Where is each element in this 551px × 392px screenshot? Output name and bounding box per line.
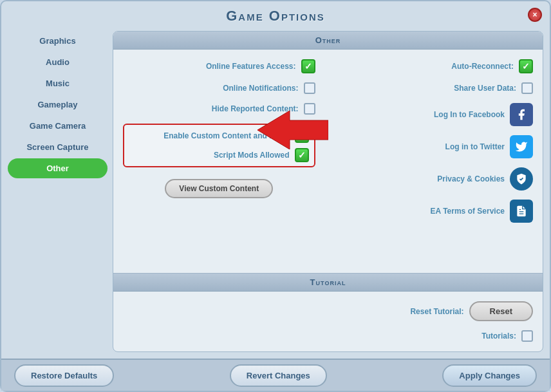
sidebar-item-other[interactable]: Other xyxy=(8,158,107,178)
online-features-label: Online Features Access: xyxy=(206,62,296,71)
login-twitter-label: Log in to Twitter xyxy=(445,142,505,151)
script-mods-label: Script Mods Allowed xyxy=(214,151,290,160)
privacy-row: Privacy & Cookies xyxy=(341,167,534,191)
online-features-checkbox[interactable] xyxy=(301,59,315,73)
settings-content: Online Features Access: Online Notificat… xyxy=(113,50,543,273)
document-icon xyxy=(515,205,528,218)
online-notifications-row: Online Notifications: xyxy=(123,82,315,94)
login-facebook-label: Log In to Facebook xyxy=(434,110,505,119)
twitter-icon xyxy=(515,140,528,153)
other-section-header: Other xyxy=(113,32,543,50)
main-panel: Other Online Features Access: Online Not… xyxy=(113,31,543,352)
sidebar-item-game-camera[interactable]: Game Camera xyxy=(8,116,107,136)
tutorials-label: Tutorials: xyxy=(481,331,516,341)
sidebar-item-gameplay[interactable]: Gameplay xyxy=(8,95,107,115)
settings-right: Auto-Reconnect: Share User Data: Log In … xyxy=(341,59,534,263)
svg-marker-1 xyxy=(257,111,328,149)
game-options-window: Game Options × Graphics Audio Music Game… xyxy=(0,0,551,392)
reset-tutorial-label: Reset Tutorial: xyxy=(410,307,463,316)
login-twitter-row: Log in to Twitter xyxy=(341,135,534,158)
script-mods-checkbox[interactable] xyxy=(295,148,309,162)
script-mods-row: Script Mods Allowed xyxy=(129,148,309,162)
facebook-button[interactable] xyxy=(510,103,533,126)
auto-reconnect-label: Auto-Reconnect: xyxy=(451,62,514,71)
revert-changes-button[interactable]: Revert Changes xyxy=(230,364,327,387)
red-arrow-icon xyxy=(257,111,328,149)
tutorials-row: Tutorials: xyxy=(123,330,533,342)
shield-icon xyxy=(515,173,528,185)
bottom-bar: Restore Defaults Revert Changes Apply Ch… xyxy=(1,359,550,391)
privacy-button[interactable] xyxy=(510,167,533,191)
window-title: Game Options xyxy=(226,8,325,24)
online-notifications-checkbox[interactable] xyxy=(304,82,315,94)
view-cc-container: View Custom Content xyxy=(123,176,315,198)
tutorial-section: Tutorial Reset Tutorial: Reset Tutorials… xyxy=(113,273,543,351)
auto-reconnect-checkbox[interactable] xyxy=(519,59,533,73)
sidebar-item-music[interactable]: Music xyxy=(8,73,107,93)
sidebar-item-audio[interactable]: Audio xyxy=(8,52,107,72)
tutorial-section-header: Tutorial xyxy=(113,274,543,292)
online-features-row: Online Features Access: xyxy=(123,59,315,73)
login-facebook-row: Log In to Facebook xyxy=(341,103,534,126)
share-user-label: Share User Data: xyxy=(454,84,516,93)
online-notifications-label: Online Notifications: xyxy=(223,84,298,93)
sidebar-item-graphics[interactable]: Graphics xyxy=(8,31,107,51)
tos-button[interactable] xyxy=(510,200,533,223)
title-bar: Game Options × xyxy=(1,1,550,31)
share-user-row: Share User Data: xyxy=(341,82,534,94)
apply-changes-button[interactable]: Apply Changes xyxy=(442,364,537,387)
privacy-label: Privacy & Cookies xyxy=(437,174,505,183)
reset-button[interactable]: Reset xyxy=(469,301,533,321)
facebook-icon xyxy=(515,108,528,121)
twitter-button[interactable] xyxy=(510,135,533,158)
view-custom-content-button[interactable]: View Custom Content xyxy=(165,179,273,198)
tutorial-content: Reset Tutorial: Reset Tutorials: xyxy=(113,292,543,351)
tos-label: EA Terms of Service xyxy=(431,207,505,216)
auto-reconnect-row: Auto-Reconnect: xyxy=(341,59,534,73)
share-user-checkbox[interactable] xyxy=(521,82,533,94)
settings-left: Online Features Access: Online Notificat… xyxy=(123,59,315,263)
tos-row: EA Terms of Service xyxy=(341,200,534,223)
close-button[interactable]: × xyxy=(528,8,542,22)
content-area: Graphics Audio Music Gameplay Game Camer… xyxy=(1,31,550,359)
tutorials-checkbox[interactable] xyxy=(521,330,533,342)
reset-tutorial-row: Reset Tutorial: Reset xyxy=(123,301,533,321)
sidebar: Graphics Audio Music Gameplay Game Camer… xyxy=(8,31,107,352)
sidebar-item-screen-capture[interactable]: Screen Capture xyxy=(8,137,107,157)
restore-defaults-button[interactable]: Restore Defaults xyxy=(14,364,114,387)
